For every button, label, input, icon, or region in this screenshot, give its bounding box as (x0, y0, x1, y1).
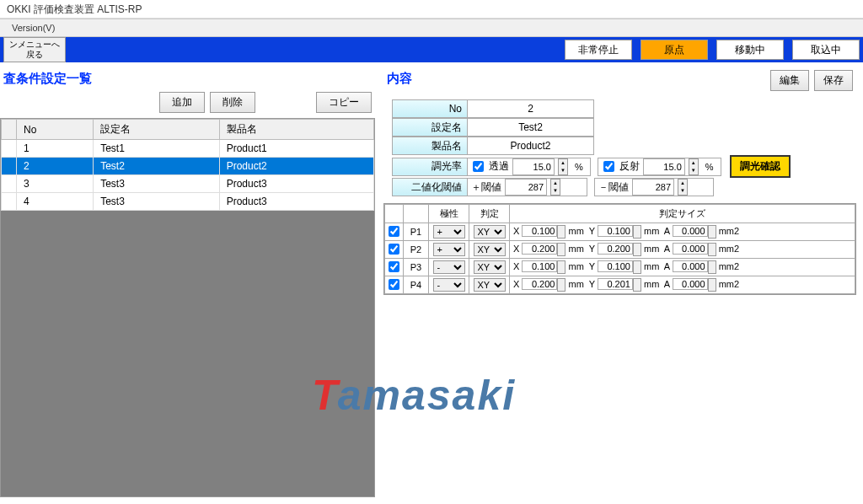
condition-list-grid[interactable]: No 設定名 製品名 1Test1Product12Test2Product23… (0, 118, 375, 497)
menu-version[interactable]: Version(V) (7, 21, 60, 35)
dimming-confirm-button[interactable]: 調光確認 (730, 155, 791, 178)
y-input[interactable] (598, 278, 633, 290)
value-setting: Test2 (468, 118, 594, 137)
menubar: Version(V) (0, 19, 863, 37)
reflect-checkbox[interactable] (603, 161, 614, 172)
table-row[interactable]: 1Test1Product1 (2, 140, 374, 158)
a-input[interactable] (673, 278, 708, 290)
edit-button[interactable]: 編集 (770, 70, 809, 91)
y-input[interactable] (598, 225, 633, 237)
minus-threshold-label: －閾値 (598, 180, 629, 195)
label-setting: 設定名 (392, 118, 468, 137)
label-product: 製品名 (392, 137, 468, 155)
transmit-label: 透過 (489, 159, 509, 174)
col-setting: 設定名 (94, 120, 219, 140)
param-row: P1+XYX mm Y mm A mm2 (385, 223, 855, 241)
param-name: P2 (404, 241, 429, 259)
minus-threshold-input[interactable] (632, 179, 674, 196)
polarity-select[interactable]: - (433, 278, 465, 292)
plus-threshold-label: ＋閾値 (471, 180, 501, 195)
spinner-icon[interactable]: ▲▼ (558, 158, 568, 175)
spinner-icon[interactable]: ▲▼ (689, 158, 699, 175)
param-checkbox[interactable] (389, 244, 399, 255)
x-input[interactable] (522, 260, 557, 272)
col-no: No (17, 120, 94, 140)
x-input[interactable] (522, 243, 557, 255)
reflect-label: 反射 (619, 159, 640, 174)
table-row[interactable]: 2Test2Product2 (2, 158, 374, 175)
toolbar: ンメニューへ戻る 非常停止 原点 移動中 取込中 (0, 37, 863, 62)
x-input[interactable] (522, 225, 557, 237)
param-row: P3-XYX mm Y mm A mm2 (385, 259, 855, 276)
col-judgesize: 判定サイズ (510, 205, 855, 223)
param-checkbox[interactable] (389, 226, 399, 237)
judge-select[interactable]: XY (474, 278, 506, 292)
polarity-select[interactable]: + (433, 243, 465, 256)
back-to-menu-button[interactable]: ンメニューへ戻る (3, 37, 66, 62)
y-input[interactable] (598, 260, 633, 272)
y-input[interactable] (598, 243, 633, 255)
polarity-select[interactable]: - (433, 260, 465, 274)
window-title: OKKI 評価検査装置 ALTIS-RP (0, 0, 863, 19)
judge-select[interactable]: XY (474, 260, 506, 274)
moving-status: 移動中 (716, 40, 784, 60)
label-binarize: 二値化閾値 (392, 178, 468, 196)
param-name: P4 (404, 276, 429, 294)
col-check (2, 120, 17, 140)
param-name: P3 (404, 259, 429, 276)
origin-button[interactable]: 原点 (641, 40, 708, 60)
col-product: 製品名 (219, 120, 373, 140)
spinner-icon[interactable]: ▲▼ (550, 179, 560, 196)
value-product: Product2 (468, 137, 594, 155)
table-row[interactable]: 3Test3Product3 (2, 175, 374, 193)
param-checkbox[interactable] (389, 261, 399, 272)
condition-list-title: 査条件設定一覧 (0, 67, 375, 90)
col-judge: 判定 (469, 205, 510, 223)
polarity-select[interactable]: + (433, 225, 465, 239)
save-button[interactable]: 保存 (814, 70, 853, 91)
a-input[interactable] (673, 243, 708, 255)
param-row: P4-XYX mm Y mm A mm2 (385, 276, 855, 294)
x-input[interactable] (522, 278, 557, 290)
param-checkbox[interactable] (389, 279, 399, 290)
param-row: P2+XYX mm Y mm A mm2 (385, 241, 855, 259)
a-input[interactable] (673, 260, 708, 272)
judge-select[interactable]: XY (474, 243, 506, 256)
reflect-input[interactable] (643, 158, 685, 175)
value-no: 2 (468, 99, 594, 118)
transmit-checkbox[interactable] (473, 161, 484, 172)
copy-button[interactable]: コピー (316, 92, 372, 113)
loading-status: 取込中 (792, 40, 860, 60)
a-input[interactable] (673, 225, 708, 237)
transmit-input[interactable] (512, 158, 555, 175)
param-name: P1 (404, 223, 429, 241)
label-dimming: 調光率 (392, 158, 468, 176)
add-button[interactable]: 追加 (159, 92, 205, 113)
label-no: No (392, 99, 468, 118)
table-row[interactable]: 4Test3Product3 (2, 193, 374, 211)
spinner-icon[interactable]: ▲▼ (678, 179, 688, 196)
emergency-stop-button[interactable]: 非常停止 (565, 40, 632, 60)
col-polarity: 極性 (429, 205, 469, 223)
judge-select[interactable]: XY (474, 225, 506, 239)
plus-threshold-input[interactable] (505, 179, 547, 196)
delete-button[interactable]: 削除 (210, 92, 255, 113)
